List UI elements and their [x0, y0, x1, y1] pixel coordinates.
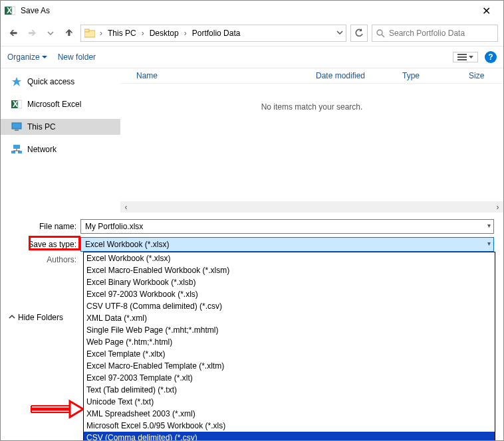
monitor-icon: [11, 122, 22, 132]
file-list-area: Name Date modified Type Size No items ma…: [120, 68, 503, 201]
help-button[interactable]: ?: [485, 51, 497, 63]
horizontal-scrollbar[interactable]: ‹ ›: [120, 201, 503, 213]
svg-rect-16: [13, 145, 20, 149]
option-xml2003[interactable]: XML Spreadsheet 2003 (*.xml): [84, 408, 495, 420]
sidebar: Quick access X Microsoft Excel This PC N…: [1, 68, 120, 201]
breadcrumb-thispc[interactable]: This PC: [106, 29, 138, 38]
svg-rect-2: [12, 7, 15, 15]
savetype-dropdown[interactable]: Excel Workbook (*.xlsx) ▾: [80, 237, 494, 252]
option-xls[interactable]: Excel 97-2003 Workbook (*.xls): [84, 288, 495, 300]
network-icon: [11, 144, 22, 155]
address-bar[interactable]: › This PC › Desktop › Portfolio Data: [80, 25, 346, 42]
breadcrumb-desktop[interactable]: Desktop: [148, 29, 180, 38]
view-options-button[interactable]: [453, 52, 478, 62]
title-bar: X Save As ✕: [1, 1, 503, 21]
chevron-right-icon[interactable]: ›: [183, 29, 188, 38]
option-htm[interactable]: Web Page (*.htm;*.html): [84, 336, 495, 348]
search-input[interactable]: Search Portfolio Data: [372, 25, 498, 42]
toolbar: Organize New folder ?: [1, 46, 503, 68]
svg-point-5: [377, 30, 382, 35]
close-button[interactable]: ✕: [473, 5, 499, 17]
svg-rect-4: [84, 29, 89, 32]
svg-marker-25: [70, 401, 83, 417]
back-button[interactable]: 🡰: [6, 26, 21, 41]
sidebar-item-excel[interactable]: X Microsoft Excel: [1, 96, 120, 112]
filename-label: File name:: [10, 222, 76, 231]
option-xltx[interactable]: Excel Template (*.xltx): [84, 348, 495, 360]
sidebar-item-quick-access[interactable]: Quick access: [1, 74, 120, 90]
svg-rect-14: [12, 123, 21, 129]
svg-rect-18: [18, 151, 22, 153]
chevron-right-icon[interactable]: ›: [98, 29, 104, 38]
column-date[interactable]: Date modified: [311, 71, 397, 80]
refresh-button[interactable]: [350, 25, 368, 42]
sidebar-item-this-pc[interactable]: This PC: [1, 119, 120, 135]
option-xltm[interactable]: Excel Macro-Enabled Template (*.xltm): [84, 360, 495, 372]
option-mht[interactable]: Single File Web Page (*.mht;*.mhtml): [84, 324, 495, 336]
svg-marker-10: [12, 77, 21, 86]
explorer-body: Quick access X Microsoft Excel This PC N…: [1, 68, 503, 201]
empty-message: No items match your search.: [120, 84, 503, 130]
scroll-right-icon[interactable]: ›: [492, 203, 503, 212]
chevron-right-icon[interactable]: ›: [140, 29, 146, 38]
savetype-options-list: Excel Workbook (*.xlsx) Excel Macro-Enab…: [83, 252, 495, 441]
address-dropdown[interactable]: [336, 29, 343, 38]
organize-button[interactable]: Organize: [7, 52, 47, 62]
folder-icon: [84, 27, 96, 39]
option-xlsb[interactable]: Excel Binary Workbook (*.xlsb): [84, 276, 495, 288]
excel-icon: X: [5, 5, 15, 16]
window-title: Save As: [21, 6, 473, 15]
option-xls95[interactable]: Microsoft Excel 5.0/95 Workbook (*.xls): [84, 420, 495, 432]
option-csv[interactable]: CSV (Comma delimited) (*.csv): [84, 432, 495, 441]
search-placeholder: Search Portfolio Data: [389, 29, 465, 38]
column-headers: Name Date modified Type Size: [120, 68, 503, 84]
svg-text:X: X: [7, 6, 12, 15]
chevron-down-icon[interactable]: ▾: [487, 240, 491, 247]
navigation-bar: 🡰 🡲 🡱 › This PC › Desktop › Portfolio Da…: [1, 21, 503, 46]
option-xlt[interactable]: Excel 97-2003 Template (*.xlt): [84, 372, 495, 384]
option-txt-unicode[interactable]: Unicode Text (*.txt): [84, 396, 495, 408]
option-csv-utf8[interactable]: CSV UTF-8 (Comma delimited) (*.csv): [84, 300, 495, 312]
svg-rect-9: [457, 59, 467, 60]
column-name[interactable]: Name: [131, 71, 311, 80]
authors-label: Authors:: [10, 255, 76, 264]
breadcrumb-portfolio[interactable]: Portfolio Data: [191, 29, 242, 38]
annotation-red-arrow: [30, 399, 83, 419]
svg-rect-15: [15, 130, 19, 131]
filename-input[interactable]: My Portfolio.xlsx ▾: [80, 219, 494, 234]
column-size[interactable]: Size: [463, 71, 503, 80]
up-button[interactable]: 🡱: [62, 26, 76, 41]
option-xlsm[interactable]: Excel Macro-Enabled Workbook (*.xlsm): [84, 264, 495, 276]
excel-icon: X: [11, 99, 22, 110]
hide-folders-button[interactable]: Hide Folders: [9, 313, 63, 322]
forward-button[interactable]: 🡲: [25, 26, 39, 41]
option-txt-tab[interactable]: Text (Tab delimited) (*.txt): [84, 384, 495, 396]
new-folder-button[interactable]: New folder: [58, 52, 96, 62]
svg-rect-13: [18, 100, 22, 108]
scroll-left-icon[interactable]: ‹: [120, 203, 132, 212]
svg-rect-17: [11, 151, 15, 153]
chevron-down-icon[interactable]: ▾: [487, 222, 491, 229]
recent-dropdown[interactable]: [43, 26, 58, 41]
option-xlsx[interactable]: Excel Workbook (*.xlsx): [84, 252, 495, 264]
svg-text:X: X: [13, 100, 18, 109]
chevron-down-icon: [9, 314, 15, 321]
search-icon: [376, 29, 385, 38]
svg-rect-7: [457, 54, 467, 55]
svg-line-6: [382, 35, 384, 37]
option-xml[interactable]: XML Data (*.xml): [84, 312, 495, 324]
star-icon: [11, 76, 22, 87]
svg-rect-8: [457, 56, 467, 58]
column-type[interactable]: Type: [397, 71, 463, 80]
savetype-label: Save as type:: [10, 240, 76, 249]
sidebar-item-network[interactable]: Network: [1, 141, 120, 157]
